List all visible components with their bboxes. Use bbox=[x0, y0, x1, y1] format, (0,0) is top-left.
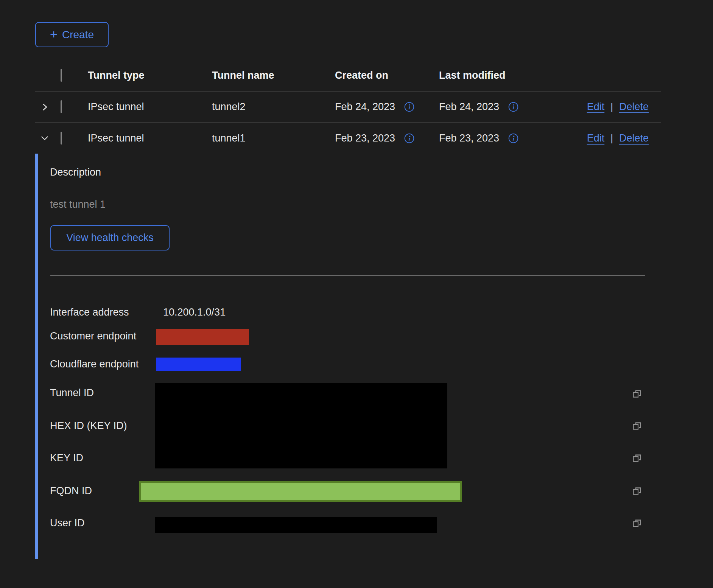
tunnel-type-value: IPsec tunnel bbox=[88, 101, 212, 113]
table-header-row: Tunnel type Tunnel name Created on Last … bbox=[35, 60, 661, 92]
info-icon[interactable] bbox=[508, 102, 518, 112]
fqdn-id-redacted-value bbox=[139, 481, 462, 502]
tunnel-id-label: Tunnel ID bbox=[50, 386, 94, 399]
section-divider bbox=[50, 275, 645, 275]
plus-icon: + bbox=[50, 28, 58, 40]
tunnels-table: Tunnel type Tunnel name Created on Last … bbox=[35, 60, 661, 154]
tunnel-type-value: IPsec tunnel bbox=[88, 132, 212, 144]
tunnel-details-panel: Description test tunnel 1 View health ch… bbox=[35, 154, 661, 559]
delete-link[interactable]: Delete bbox=[619, 101, 649, 113]
copy-key-id-button[interactable] bbox=[631, 452, 643, 464]
chevron-right-icon[interactable] bbox=[40, 103, 49, 112]
tunnel-name-value: tunnel1 bbox=[212, 132, 335, 144]
info-icon[interactable] bbox=[404, 133, 414, 143]
copy-icon bbox=[631, 388, 643, 399]
user-id-label: User ID bbox=[50, 516, 85, 529]
copy-icon bbox=[631, 517, 643, 529]
edit-link[interactable]: Edit bbox=[587, 101, 605, 113]
header-tunnel-name: Tunnel name bbox=[212, 70, 335, 81]
row-checkbox[interactable] bbox=[61, 132, 62, 145]
interface-address-value: 10.200.1.0/31 bbox=[163, 306, 226, 319]
info-icon[interactable] bbox=[404, 102, 414, 112]
interface-address-label: Interface address bbox=[50, 306, 129, 319]
created-on-value: Feb 23, 2023 bbox=[335, 132, 395, 144]
cloudflare-endpoint-redacted-value bbox=[156, 358, 241, 371]
fqdn-id-label: FQDN ID bbox=[50, 484, 92, 497]
view-health-checks-button[interactable]: View health checks bbox=[50, 225, 170, 250]
ipsec-tunnels-page: + Create Tunnel type Tunnel name Created… bbox=[0, 0, 713, 588]
edit-link[interactable]: Edit bbox=[587, 132, 605, 144]
header-tunnel-type: Tunnel type bbox=[88, 70, 212, 81]
customer-endpoint-redacted-value bbox=[156, 329, 249, 345]
description-value: test tunnel 1 bbox=[50, 199, 106, 210]
chevron-down-icon[interactable] bbox=[40, 134, 49, 143]
copy-user-id-button[interactable] bbox=[631, 517, 643, 529]
copy-icon bbox=[631, 420, 643, 431]
create-button[interactable]: + Create bbox=[35, 22, 109, 47]
copy-icon bbox=[631, 452, 643, 464]
create-button-label: Create bbox=[62, 29, 94, 41]
header-last-modified: Last modified bbox=[439, 70, 583, 81]
key-id-label: KEY ID bbox=[50, 451, 83, 464]
copy-hex-id-button[interactable] bbox=[631, 420, 643, 431]
tunnel-name-value: tunnel2 bbox=[212, 101, 335, 113]
copy-icon bbox=[631, 485, 643, 496]
link-separator: | bbox=[610, 101, 613, 113]
last-modified-value: Feb 24, 2023 bbox=[439, 101, 499, 113]
view-health-checks-label: View health checks bbox=[66, 232, 154, 244]
header-created-on: Created on bbox=[335, 70, 439, 81]
customer-endpoint-label: Customer endpoint bbox=[50, 330, 136, 342]
table-row: IPsec tunnel tunnel2 Feb 24, 2023 Feb 24… bbox=[35, 92, 661, 123]
hex-id-label: HEX ID (KEY ID) bbox=[50, 419, 127, 432]
row-checkbox[interactable] bbox=[61, 100, 62, 113]
select-all-checkbox[interactable] bbox=[61, 69, 62, 82]
copy-tunnel-id-button[interactable] bbox=[631, 388, 643, 399]
created-on-value: Feb 24, 2023 bbox=[335, 101, 395, 113]
user-id-redacted-value bbox=[155, 517, 437, 533]
table-row: IPsec tunnel tunnel1 Feb 23, 2023 Feb 23… bbox=[35, 123, 661, 154]
last-modified-value: Feb 23, 2023 bbox=[439, 132, 499, 144]
cloudflare-endpoint-label: Cloudflare endpoint bbox=[50, 358, 139, 370]
info-icon[interactable] bbox=[508, 133, 518, 143]
copy-fqdn-id-button[interactable] bbox=[631, 485, 643, 496]
id-group-redacted-values bbox=[155, 383, 447, 468]
delete-link[interactable]: Delete bbox=[619, 132, 649, 144]
link-separator: | bbox=[610, 132, 613, 144]
description-label: Description bbox=[50, 166, 101, 178]
